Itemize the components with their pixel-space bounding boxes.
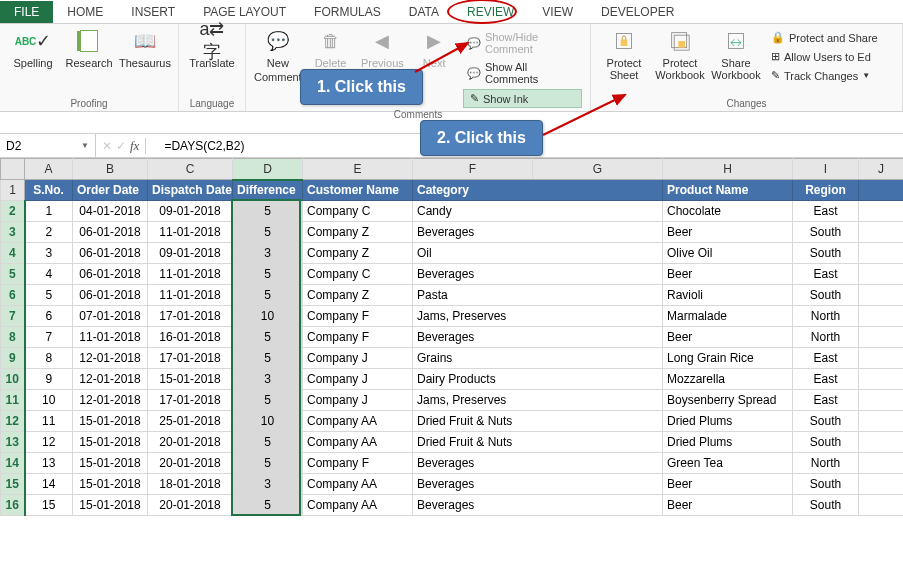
cell[interactable]: 12-01-2018 [73,390,148,411]
colhdr-H[interactable]: H [663,159,793,180]
header-cell[interactable]: Category [413,180,663,201]
rowhdr-14[interactable]: 14 [1,453,25,474]
cell[interactable]: 09-01-2018 [148,243,233,264]
header-cell[interactable]: Dispatch Date [148,180,233,201]
rowhdr-12[interactable]: 12 [1,411,25,432]
tab-file[interactable]: FILE [0,1,53,23]
cell[interactable]: 11-01-2018 [73,327,148,348]
cell[interactable]: Company AA [303,432,413,453]
cell[interactable]: 13 [25,453,73,474]
cell[interactable]: Beverages [413,453,663,474]
cell[interactable]: 17-01-2018 [148,306,233,327]
cell[interactable]: 5 [233,432,303,453]
rowhdr-6[interactable]: 6 [1,285,25,306]
cell[interactable]: 12-01-2018 [73,369,148,390]
cell[interactable]: 15-01-2018 [73,411,148,432]
cell[interactable]: 9 [25,369,73,390]
cell[interactable]: Beverages [413,327,663,348]
cell[interactable]: Boysenberry Spread [663,390,793,411]
colhdr-J[interactable]: J [859,159,904,180]
header-cell[interactable] [859,180,904,201]
rowhdr-13[interactable]: 13 [1,432,25,453]
cell[interactable]: Beverages [413,264,663,285]
cell[interactable]: 17-01-2018 [148,348,233,369]
cell[interactable]: Dried Plums [663,411,793,432]
cell[interactable]: 10 [233,411,303,432]
cell[interactable]: Beer [663,474,793,495]
cell[interactable]: 12 [25,432,73,453]
cell[interactable]: Company AA [303,495,413,516]
cell[interactable]: Beer [663,495,793,516]
cell[interactable]: South [793,285,859,306]
rowhdr-7[interactable]: 7 [1,306,25,327]
cell[interactable]: Company AA [303,411,413,432]
cell[interactable] [859,264,904,285]
cell[interactable]: 15-01-2018 [73,495,148,516]
cell[interactable]: 18-01-2018 [148,474,233,495]
cell[interactable]: Dairy Products [413,369,663,390]
cell[interactable]: South [793,432,859,453]
cell[interactable] [859,390,904,411]
cell[interactable]: 15 [25,495,73,516]
cell[interactable] [859,453,904,474]
cell[interactable]: Beer [663,222,793,243]
tab-home[interactable]: HOME [53,2,117,22]
tab-insert[interactable]: INSERT [117,2,189,22]
cell[interactable]: 5 [233,390,303,411]
cell[interactable]: Jams, Preserves [413,390,663,411]
cell[interactable]: Dried Plums [663,432,793,453]
cell[interactable]: 20-01-2018 [148,432,233,453]
cell[interactable]: North [793,327,859,348]
cell[interactable]: North [793,306,859,327]
cell[interactable]: 15-01-2018 [148,369,233,390]
cell[interactable]: Company J [303,390,413,411]
cell[interactable]: 11-01-2018 [148,264,233,285]
colhdr-B[interactable]: B [73,159,148,180]
name-box-dropdown-icon[interactable]: ▼ [81,141,89,150]
cell[interactable]: 5 [233,285,303,306]
cell[interactable]: East [793,264,859,285]
cell[interactable]: Olive Oil [663,243,793,264]
cell[interactable]: South [793,474,859,495]
cell[interactable]: Company Z [303,243,413,264]
cell[interactable]: South [793,243,859,264]
cell[interactable]: 1 [25,201,73,222]
cell[interactable]: 5 [25,285,73,306]
cell[interactable]: 3 [25,243,73,264]
rowhdr-16[interactable]: 16 [1,495,25,516]
cell[interactable]: Company Z [303,222,413,243]
cell[interactable]: 5 [233,264,303,285]
cell[interactable]: 5 [233,495,303,516]
header-cell[interactable]: Difference [233,180,303,201]
header-cell[interactable]: Order Date [73,180,148,201]
cell[interactable]: Dried Fruit & Nuts [413,411,663,432]
tab-view[interactable]: VIEW [528,2,587,22]
cell[interactable]: 06-01-2018 [73,285,148,306]
header-cell[interactable]: Region [793,180,859,201]
share-workbook-button[interactable]: Share Workbook [711,27,761,81]
cell[interactable]: 5 [233,222,303,243]
rowhdr-2[interactable]: 2 [1,201,25,222]
header-cell[interactable]: Product Name [663,180,793,201]
colhdr-D[interactable]: D [233,159,303,180]
cell[interactable]: 7 [25,327,73,348]
show-all-comments[interactable]: 💬 Show All Comments [463,59,582,87]
colhdr-C[interactable]: C [148,159,233,180]
thesaurus-button[interactable]: 📖 Thesaurus [120,27,170,69]
rowhdr-4[interactable]: 4 [1,243,25,264]
cell[interactable]: Long Grain Rice [663,348,793,369]
research-button[interactable]: Research [64,27,114,69]
translate-button[interactable]: a⇄字 Translate [187,27,237,69]
tab-formulas[interactable]: FORMULAS [300,2,395,22]
cell[interactable]: 14 [25,474,73,495]
colhdr-E[interactable]: E [303,159,413,180]
rowhdr-3[interactable]: 3 [1,222,25,243]
cell[interactable] [859,411,904,432]
select-all-corner[interactable] [1,159,25,180]
cell[interactable]: 06-01-2018 [73,222,148,243]
protect-and-share[interactable]: 🔒 Protect and Share [767,29,882,46]
cell[interactable]: 4 [25,264,73,285]
cell[interactable]: 6 [25,306,73,327]
rowhdr-8[interactable]: 8 [1,327,25,348]
cell[interactable]: East [793,201,859,222]
